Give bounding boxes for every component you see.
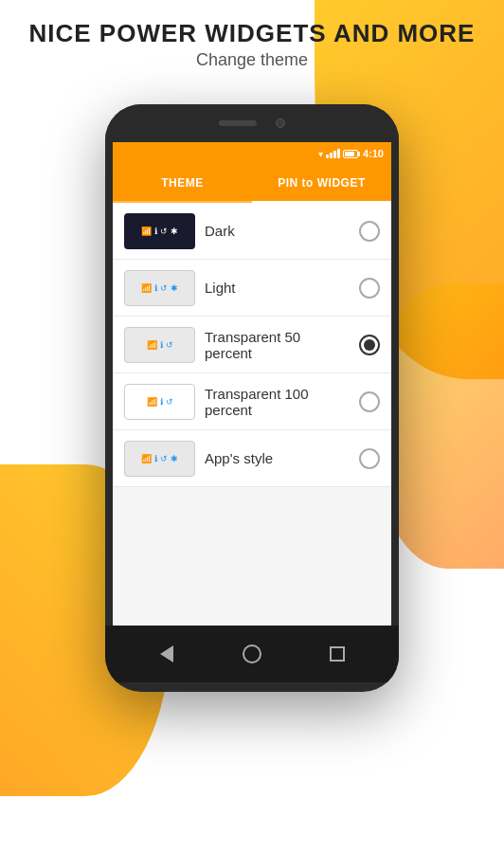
theme-name-transparent50: Transparent 50 percent <box>205 329 350 361</box>
signal-bar-1 <box>326 154 329 158</box>
signal-bar-3 <box>333 151 336 158</box>
theme-item-dark[interactable]: 📶 ℹ ↺ ✱ Dark <box>113 203 391 260</box>
wifi-icon: ▾ <box>318 149 323 159</box>
recent-square-icon <box>330 646 345 662</box>
battery-tip <box>358 152 360 156</box>
theme-name-transparent100: Transparent 100 percent <box>205 386 350 418</box>
signal-widget-icon: ℹ <box>154 227 157 236</box>
back-arrow-icon <box>160 645 173 662</box>
radio-transparent100[interactable] <box>359 391 380 412</box>
phone-speaker <box>219 120 257 126</box>
battery-fill <box>345 152 354 156</box>
signal-widget-icon-t100: ℹ <box>160 397 163 407</box>
signal-bar-4 <box>337 149 340 158</box>
signal-widget-icon-app: ℹ <box>154 454 157 463</box>
phone-camera <box>276 118 285 128</box>
theme-preview-light: 📶 ℹ ↺ ✱ <box>124 270 195 306</box>
tab-theme[interactable]: THEME <box>113 165 252 201</box>
battery-icon <box>343 150 360 158</box>
tab-bar: THEME PIN to WIDGET <box>113 165 391 203</box>
nav-back-button[interactable] <box>153 640 181 668</box>
wifi-widget-icon-light: 📶 <box>141 283 152 293</box>
theme-name-dark: Dark <box>205 223 350 239</box>
theme-preview-transparent50: 📶 ℹ ↺ <box>124 327 195 363</box>
rotate-widget-icon-app: ↺ <box>160 454 168 463</box>
phone-frame: ▾ 4:10 THE <box>105 104 399 692</box>
signal-widget-icon-t50: ℹ <box>160 340 163 350</box>
theme-name-appstyle: App's style <box>205 450 350 466</box>
rotate-widget-icon-t50: ↺ <box>166 340 173 350</box>
theme-preview-appstyle: 📶 ℹ ↺ ✱ <box>124 441 195 477</box>
bluetooth-widget-icon-app: ✱ <box>171 454 178 463</box>
radio-appstyle[interactable] <box>359 448 380 469</box>
theme-list: 📶 ℹ ↺ ✱ Dark 📶 ℹ ↺ ✱ Light <box>113 203 391 487</box>
nav-home-button[interactable] <box>238 640 266 668</box>
status-time: 4:10 <box>363 148 384 159</box>
status-icons: ▾ 4:10 <box>318 148 384 159</box>
theme-item-transparent100[interactable]: 📶 ℹ ↺ Transparent 100 percent <box>113 373 391 430</box>
status-bar: ▾ 4:10 <box>113 142 391 165</box>
signal-bars-icon <box>326 149 340 158</box>
theme-preview-transparent100: 📶 ℹ ↺ <box>124 384 195 420</box>
radio-transparent50[interactable] <box>359 335 380 355</box>
phone-top-bar <box>105 104 399 142</box>
radio-light[interactable] <box>359 278 380 299</box>
theme-preview-dark: 📶 ℹ ↺ ✱ <box>124 213 195 249</box>
bluetooth-widget-icon-light: ✱ <box>171 283 178 293</box>
radio-dark[interactable] <box>359 221 380 242</box>
home-circle-icon <box>243 644 261 663</box>
rotate-widget-icon-light: ↺ <box>160 283 168 293</box>
signal-widget-icon-light: ℹ <box>154 283 157 293</box>
phone-screen: ▾ 4:10 THE <box>113 142 391 626</box>
page-title: NICE POWER WIDGETS AND MORE <box>0 19 504 48</box>
wifi-widget-icon: 📶 <box>141 227 152 236</box>
signal-bar-2 <box>330 153 333 158</box>
bluetooth-widget-icon: ✱ <box>171 227 178 236</box>
theme-item-appstyle[interactable]: 📶 ℹ ↺ ✱ App's style <box>113 430 391 487</box>
tab-pin-to-widget[interactable]: PIN to WIDGET <box>252 165 391 201</box>
page-subtitle: Change theme <box>0 50 504 70</box>
rotate-widget-icon: ↺ <box>160 227 168 236</box>
wifi-widget-icon-app: 📶 <box>141 454 152 463</box>
nav-recent-button[interactable] <box>323 640 351 668</box>
battery-body <box>343 150 358 158</box>
wifi-widget-icon-t50: 📶 <box>147 340 157 350</box>
theme-name-light: Light <box>205 280 350 296</box>
phone-nav-bar <box>105 626 399 682</box>
theme-item-transparent50[interactable]: 📶 ℹ ↺ Transparent 50 percent <box>113 317 391 373</box>
wifi-widget-icon-t100: 📶 <box>147 397 157 407</box>
rotate-widget-icon-t100: ↺ <box>166 397 173 407</box>
theme-item-light[interactable]: 📶 ℹ ↺ ✱ Light <box>113 260 391 317</box>
page-header: NICE POWER WIDGETS AND MORE Change theme <box>0 19 504 70</box>
